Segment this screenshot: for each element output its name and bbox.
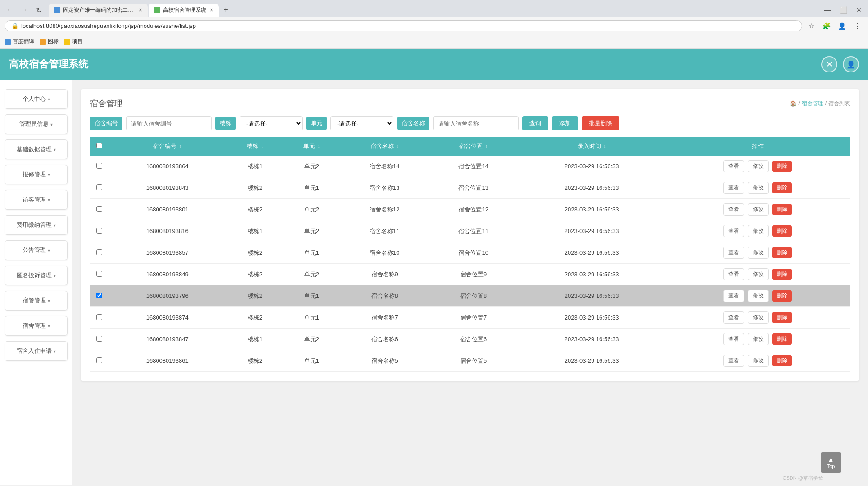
sidebar-item-personal-center[interactable]: 个人中心 ▾ [5, 89, 68, 109]
sidebar-item-notice[interactable]: 公告管理 ▾ [5, 240, 68, 260]
bookmark-icons-label: 图标 [48, 38, 59, 45]
select-unit[interactable]: -请选择- 单元1 单元2 [330, 116, 393, 130]
delete-button-2[interactable]: 删除 [772, 204, 792, 215]
search-button[interactable]: 查询 [522, 116, 548, 130]
view-button-7[interactable]: 查看 [723, 311, 744, 324]
delete-button-4[interactable]: 删除 [772, 247, 792, 258]
delete-button-8[interactable]: 删除 [772, 333, 792, 345]
menu-button[interactable]: ⋮ [851, 20, 863, 32]
edit-button-4[interactable]: 修改 [748, 247, 769, 259]
row-unit-2: 单元2 [283, 199, 340, 220]
col-floor: 楼栋 ↕ [226, 137, 283, 156]
edit-button-2[interactable]: 修改 [748, 203, 769, 216]
row-checkbox-input-2[interactable] [96, 206, 102, 212]
bookmark-project[interactable]: 项目 [64, 38, 83, 45]
window-close[interactable]: ✕ [854, 6, 864, 14]
edit-button-7[interactable]: 修改 [748, 311, 769, 324]
row-checkbox-input-5[interactable] [96, 271, 102, 277]
add-button[interactable]: 添加 [552, 116, 578, 130]
row-location-3: 宿舍位置11 [429, 220, 518, 242]
sort-floor-icon: ↕ [261, 144, 263, 149]
view-button-4[interactable]: 查看 [723, 247, 744, 259]
view-button-3[interactable]: 查看 [723, 225, 744, 237]
view-button-9[interactable]: 查看 [723, 355, 744, 367]
col-time: 录入时间 ↕ [518, 137, 665, 156]
sidebar-item-basic-data[interactable]: 基础数据管理 ▾ [5, 140, 68, 159]
edit-button-0[interactable]: 修改 [748, 160, 769, 172]
reload-button[interactable]: ↻ [32, 4, 45, 16]
delete-button-9[interactable]: 删除 [772, 355, 792, 366]
address-bar[interactable]: 🔒 localhost:8080/gaoxiaosusheguanlixiton… [5, 20, 802, 32]
label-floor: 楼栋 [215, 117, 236, 130]
view-button-2[interactable]: 查看 [723, 203, 744, 216]
col-code-label: 宿舍编号 [153, 143, 176, 149]
search-bar: 宿舍编号 楼栋 -请选择- 楼栋1 楼栋2 单元 -请选择- 单元1 单元2 宿… [90, 116, 850, 130]
row-checkbox-input-3[interactable] [96, 228, 102, 234]
search-name-input[interactable] [433, 116, 519, 130]
delete-button-3[interactable]: 删除 [772, 225, 792, 237]
edit-button-3[interactable]: 修改 [748, 225, 769, 237]
tab-2[interactable]: 高校宿舍管理系统 × [149, 4, 219, 17]
star-button[interactable]: ☆ [805, 20, 818, 32]
row-checkbox-input-9[interactable] [96, 357, 102, 363]
view-button-5[interactable]: 查看 [723, 268, 744, 280]
row-checkbox-input-4[interactable] [96, 249, 102, 255]
select-floor[interactable]: -请选择- 楼栋1 楼栋2 [240, 116, 303, 130]
row-checkbox-input-6[interactable] [96, 292, 102, 298]
row-actions-5: 查看 修改 删除 [665, 264, 850, 285]
tab-1-close[interactable]: × [139, 6, 142, 14]
edit-button-9[interactable]: 修改 [748, 355, 769, 367]
bookmark-icons[interactable]: 图标 [40, 38, 59, 45]
header-close-button[interactable]: ✕ [821, 56, 837, 72]
row-checkbox-input-7[interactable] [96, 314, 102, 320]
edit-button-1[interactable]: 修改 [748, 182, 769, 194]
select-all-checkbox[interactable] [96, 143, 102, 148]
view-button-1[interactable]: 查看 [723, 182, 744, 194]
sidebar-item-repair[interactable]: 报修管理 ▾ [5, 165, 68, 184]
back-button[interactable]: ← [4, 4, 16, 16]
profile-button[interactable]: 👤 [836, 20, 848, 32]
breadcrumb-link-dorm[interactable]: 宿舍管理 [802, 100, 823, 108]
delete-button-6[interactable]: 删除 [772, 290, 792, 302]
header-user-button[interactable]: 👤 [843, 56, 859, 72]
edit-button-6[interactable]: 修改 [748, 290, 769, 302]
edit-button-8[interactable]: 修改 [748, 333, 769, 345]
row-time-7: 2023-03-29 16:56:33 [518, 307, 665, 328]
window-maximize[interactable]: ⬜ [837, 6, 850, 14]
row-floor-6: 楼栋2 [226, 285, 283, 307]
delete-button-0[interactable]: 删除 [772, 161, 792, 172]
new-tab-button[interactable]: + [220, 5, 232, 15]
view-button-6[interactable]: 查看 [723, 290, 744, 302]
extension-button[interactable]: 🧩 [820, 20, 833, 32]
sidebar-item-fee[interactable]: 费用缴纳管理 ▾ [5, 215, 68, 235]
chevron-down-icon-10: ▾ [54, 349, 56, 354]
sidebar-item-dorm-manager[interactable]: 宿管管理 ▾ [5, 291, 68, 310]
search-code-input[interactable] [126, 116, 212, 130]
sidebar-item-admin-info[interactable]: 管理员信息 ▾ [5, 114, 68, 134]
view-button-0[interactable]: 查看 [723, 160, 744, 172]
view-button-8[interactable]: 查看 [723, 333, 744, 345]
batch-delete-button[interactable]: 批量删除 [582, 116, 619, 130]
delete-button-5[interactable]: 删除 [772, 269, 792, 280]
bookmark-translate[interactable]: 百度翻译 [5, 38, 34, 45]
row-actions-7: 查看 修改 删除 [665, 307, 850, 328]
row-floor-7: 楼栋2 [226, 307, 283, 328]
row-time-6: 2023-03-29 16:56:33 [518, 285, 665, 307]
back-to-top-button[interactable]: ▲ Top [821, 452, 841, 472]
tab-1[interactable]: 固定资产难一编码的加密二维码 × [49, 4, 148, 17]
edit-button-5[interactable]: 修改 [748, 268, 769, 280]
forward-button[interactable]: → [18, 4, 31, 16]
sidebar-item-dorm[interactable]: 宿舍管理 ▾ [5, 316, 68, 336]
window-minimize[interactable]: — [822, 6, 833, 14]
sidebar-item-visitor[interactable]: 访客管理 ▾ [5, 190, 68, 210]
tab-2-close[interactable]: × [210, 6, 213, 14]
row-checkbox-input-1[interactable] [96, 184, 102, 190]
row-checkbox-input-0[interactable] [96, 163, 102, 169]
delete-button-7[interactable]: 删除 [772, 312, 792, 323]
row-unit-0: 单元2 [283, 156, 340, 177]
row-checkbox-input-8[interactable] [96, 336, 102, 342]
sidebar-item-complaint[interactable]: 匿名投诉管理 ▾ [5, 266, 68, 285]
delete-button-1[interactable]: 删除 [772, 182, 792, 194]
col-time-label: 录入时间 [578, 143, 601, 149]
sidebar-item-checkin[interactable]: 宿舍入住申请 ▾ [5, 341, 68, 361]
